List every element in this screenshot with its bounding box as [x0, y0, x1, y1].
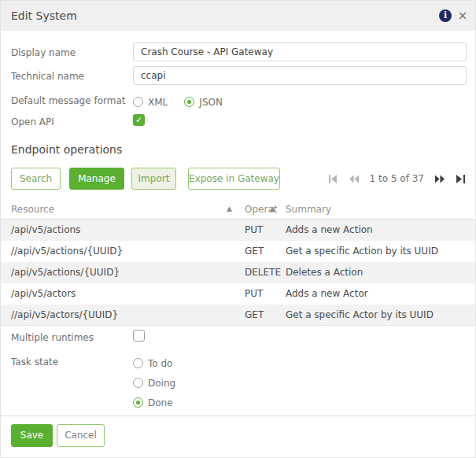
open-api-label: Open API [11, 116, 54, 127]
radio-xml-label[interactable]: XML [148, 97, 168, 108]
table-row[interactable]: //api/v5/actors/{UUID} GET Get a specifi… [1, 305, 475, 326]
next-page-icon[interactable] [435, 175, 445, 183]
cell-summary: Adds a new Action [286, 224, 373, 235]
divider [1, 325, 475, 326]
cell-summary: Get a specific Actor by its UUID [286, 309, 434, 320]
cell-resource: /api/v5/actions/{UUID} [11, 267, 120, 278]
info-icon[interactable]: i [439, 9, 452, 22]
cell-operation: PUT [245, 224, 263, 235]
task-state-radio-group: Doing [133, 375, 175, 390]
radio-done-label[interactable]: Done [148, 397, 173, 408]
close-icon[interactable]: × [456, 8, 469, 24]
cell-resource: //api/v5/actions/{UUID} [11, 246, 123, 257]
import-button[interactable]: Import [131, 168, 176, 190]
cell-operation: PUT [245, 288, 263, 299]
pagination: 1 to 5 of 37 [329, 172, 465, 185]
technical-name-input[interactable] [133, 66, 467, 85]
radio-xml[interactable] [133, 97, 143, 107]
radio-done[interactable] [133, 397, 143, 408]
table-row[interactable]: //api/v5/actions/{UUID} GET Get a specif… [1, 241, 475, 262]
column-header-summary[interactable]: Summary [286, 204, 331, 215]
endpoint-operations-heading: Endpoint operations [11, 143, 122, 156]
radio-todo[interactable] [133, 358, 143, 368]
radio-json-label[interactable]: JSON [199, 97, 223, 108]
display-name-label: Display name [11, 47, 76, 58]
technical-name-label: Technical name [11, 71, 84, 82]
task-state-label: Task state [11, 356, 58, 368]
first-page-icon[interactable] [329, 175, 338, 183]
task-state-radio-group: Done [133, 394, 173, 409]
column-header-resource[interactable]: Resource [11, 204, 54, 215]
display-name-input[interactable] [133, 42, 467, 61]
cell-summary: Adds a new Actor [286, 288, 368, 299]
save-button[interactable]: Save [11, 424, 53, 447]
radio-doing-label[interactable]: Doing [148, 378, 175, 389]
cell-operation: DELETE [245, 267, 281, 278]
sort-asc-icon[interactable]: ▲ [270, 205, 275, 212]
cell-summary: Get a specific Action by its UUID [286, 246, 438, 257]
cell-resource: /api/v5/actors [11, 288, 76, 299]
table-row[interactable]: /api/v5/actors PUT Adds a new Actor [1, 283, 475, 305]
expose-in-gateway-button[interactable]: Expose in Gateway [188, 168, 280, 190]
previous-page-icon[interactable] [349, 175, 359, 183]
cell-resource: //api/v5/actors/{UUID} [11, 309, 118, 320]
cell-operation: GET [245, 246, 264, 257]
dialog-title: Edit System [11, 1, 77, 31]
pagination-status: 1 to 5 of 37 [370, 173, 424, 184]
search-button[interactable]: Search [11, 168, 61, 190]
table-row[interactable]: /api/v5/actions PUT Adds a new Action [1, 220, 475, 241]
radio-json[interactable] [184, 97, 194, 107]
radio-doing[interactable] [133, 378, 143, 388]
table-row[interactable]: /api/v5/actions/{UUID} DELETE Deletes a … [1, 262, 475, 283]
sort-asc-icon[interactable]: ▲ [227, 205, 232, 212]
message-format-radio-group: XML JSON [133, 94, 223, 109]
multiple-runtimes-label: Multiple runtimes [11, 332, 94, 343]
message-format-label: Default message format [11, 95, 125, 106]
manage-button[interactable]: Manage [69, 168, 124, 190]
edit-system-dialog: Edit System i × Display name Technical n… [0, 0, 476, 458]
cell-resource: /api/v5/actions [11, 224, 80, 235]
open-api-checkbox[interactable] [133, 114, 145, 126]
task-state-radio-group: To do [133, 355, 172, 370]
dialog-header: Edit System i × [1, 1, 475, 31]
cell-summary: Deletes a Action [286, 267, 363, 278]
cell-operation: GET [245, 309, 264, 320]
multiple-runtimes-checkbox[interactable] [133, 330, 145, 342]
table-header: Resource ▲ Operat ▲ Summary [1, 201, 475, 220]
radio-todo-label[interactable]: To do [148, 358, 172, 369]
cancel-button[interactable]: Cancel [57, 424, 105, 447]
last-page-icon[interactable] [456, 175, 465, 183]
divider [1, 416, 475, 416]
